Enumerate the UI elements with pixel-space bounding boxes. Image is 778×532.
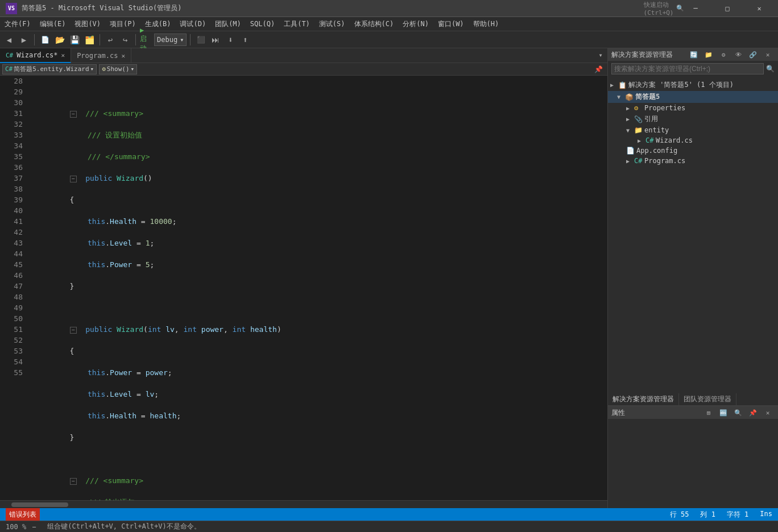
line-num-39: 39	[0, 194, 23, 205]
menu-file[interactable]: 文件(F)	[0, 17, 35, 31]
tab-wizard-label: Wizard.cs*	[16, 51, 57, 59]
tab-program-cs[interactable]: Program.cs ✕	[71, 48, 131, 63]
tb-back[interactable]: ◀	[2, 33, 16, 47]
se-showfiles-btn[interactable]: 📁	[702, 48, 715, 61]
line-num-43: 43	[0, 238, 23, 248]
line-num-31: 31	[0, 108, 23, 119]
line-num-41: 41	[0, 216, 23, 227]
minimize-button[interactable]: ─	[682, 0, 709, 17]
se-tab-team[interactable]: 团队资源管理器	[679, 393, 736, 405]
se-search-input[interactable]	[611, 63, 764, 74]
menu-project[interactable]: 项目(P)	[105, 17, 140, 31]
se-title: 解决方案资源管理器	[611, 50, 673, 60]
prop-grid-btn[interactable]: ⊞	[702, 406, 715, 419]
tree-appconfig-label: App.config	[636, 147, 677, 155]
prop-pin-btn[interactable]: 📌	[746, 406, 760, 419]
tb-redo[interactable]: ↪	[118, 33, 132, 47]
tab-wizard-close[interactable]: ✕	[61, 52, 65, 59]
se-tab-solution[interactable]: 解决方案资源管理器	[608, 393, 679, 405]
collapse-btn-46[interactable]: −	[70, 478, 77, 485]
tb-save-all[interactable]: 🗂️	[82, 33, 96, 47]
appconfig-icon: 📄	[626, 147, 636, 155]
tab-program-close[interactable]: ✕	[121, 52, 125, 60]
tb-start[interactable]: ▶ 启动	[139, 33, 153, 47]
status-error-list[interactable]: 错误列表	[6, 508, 40, 521]
tb-undo[interactable]: ↩	[104, 33, 117, 47]
menu-edit[interactable]: 编辑(E)	[35, 17, 71, 31]
tab-dropdown-btn[interactable]: ▾	[594, 48, 607, 62]
infobar-zoom-minus[interactable]: −	[32, 523, 36, 531]
line-num-35: 35	[0, 151, 23, 162]
menu-team[interactable]: 团队(M)	[210, 17, 246, 31]
prop-sort-btn[interactable]: 🔤	[717, 406, 730, 419]
code-text[interactable]: − /// <summary> /// 设置初始值 /// </summary>…	[28, 76, 607, 500]
tree-appconfig[interactable]: 📄 App.config	[608, 146, 778, 156]
menu-debug[interactable]: 调试(D)	[175, 17, 210, 31]
nav-method-dropdown[interactable]: ⚙ Show() ▾	[99, 64, 137, 74]
se-refresh-btn[interactable]: 🔄	[687, 48, 701, 61]
nav-class-dropdown[interactable]: C# 简答题5.entity.Wizard ▾	[2, 64, 97, 74]
tb-step-out[interactable]: ⬆	[238, 33, 252, 47]
prop-search-btn[interactable]: 🔍	[731, 406, 745, 419]
tree-wizard-cs[interactable]: ▶ C# Wizard.cs	[608, 135, 778, 146]
line-num-40: 40	[0, 205, 23, 216]
se-preview-btn[interactable]: 👁	[731, 48, 745, 61]
prop-toolbar: ⊞ 🔤 🔍 📌 ✕	[702, 406, 775, 419]
tab-wizard-cs[interactable]: C# Wizard.cs* ✕	[0, 48, 71, 63]
line-num-55: 55	[0, 367, 23, 378]
menu-help[interactable]: 帮助(H)	[469, 17, 504, 31]
code-line-40: {	[34, 346, 607, 356]
collapse-btn-29[interactable]: −	[70, 111, 77, 118]
tree-project[interactable]: ▼ 📦 简答题5	[608, 91, 778, 103]
titlebar-title: 简答题5 - Microsoft Visual Studio(管理员)	[22, 3, 182, 13]
program-cs-icon: C#	[634, 157, 644, 165]
se-close-btn[interactable]: ✕	[761, 48, 775, 61]
tree-entity[interactable]: ▼ 📁 entity	[608, 125, 778, 135]
tree-solution[interactable]: ▶ 📋 解决方案 '简答题5' (1 个项目)	[608, 79, 778, 91]
code-editor[interactable]: 28 29 30 31 32 33 34 35 36 37 38 39 40 4…	[0, 76, 607, 500]
line-num-38: 38	[0, 184, 23, 194]
tb-forward[interactable]: ▶	[17, 33, 31, 47]
solution-explorer: 解决方案资源管理器 🔄 📁 ⚙ 👁 🔗 ✕ 🔍 ▶	[608, 48, 778, 406]
tb-new-project[interactable]: 📄	[38, 33, 52, 47]
tb-open[interactable]: 📂	[53, 33, 67, 47]
main-layout: C# Wizard.cs* ✕ Program.cs ✕ ▾ C# 简答题5.e…	[0, 48, 778, 508]
wizard-cs-icon: C#	[645, 136, 656, 144]
horizontal-scrollbar[interactable]	[0, 500, 607, 508]
nav-pin-btn[interactable]: 📌	[591, 63, 605, 76]
se-search-icon: 🔍	[766, 65, 775, 73]
tab-program-label: Program.cs	[77, 52, 118, 60]
tree-program-cs[interactable]: ▶ C# Program.cs	[608, 156, 778, 166]
menu-view[interactable]: 视图(V)	[70, 17, 105, 31]
collapse-btn-39[interactable]: −	[70, 327, 77, 334]
tb-step-in[interactable]: ⬇	[224, 33, 237, 47]
prop-title: 属性	[611, 408, 625, 418]
tb-debug-config[interactable]: Debug ▾	[154, 34, 187, 46]
menu-tools[interactable]: 工具(T)	[279, 17, 314, 31]
menu-analyze[interactable]: 分析(N)	[398, 17, 433, 31]
line-num-49: 49	[0, 302, 23, 313]
close-button[interactable]: ✕	[746, 0, 772, 17]
tb-breakpoint[interactable]: ⬛	[194, 33, 208, 47]
menu-test[interactable]: 测试(S)	[314, 17, 350, 31]
tb-step-over[interactable]: ⏭	[209, 33, 222, 47]
menu-arch[interactable]: 体系结构(C)	[350, 17, 399, 31]
code-line-35: this.Level = 1;	[34, 238, 607, 248]
menu-sql[interactable]: SQL(Q)	[246, 17, 279, 31]
quick-launch[interactable]: 快速启动 (Ctrl+Q) 🔍	[651, 0, 677, 17]
prop-close-btn[interactable]: ✕	[761, 406, 775, 419]
tree-references[interactable]: ▶ 📎 引用	[608, 113, 778, 125]
restore-button[interactable]: □	[714, 0, 740, 17]
menu-window[interactable]: 窗口(W)	[433, 17, 469, 31]
tree-wizard-cs-label: Wizard.cs	[656, 136, 693, 144]
se-sync-btn[interactable]: 🔗	[746, 48, 760, 61]
se-props-btn[interactable]: ⚙	[717, 48, 730, 61]
tab-wizard-icon: C#	[6, 52, 13, 59]
collapse-btn-32[interactable]: −	[70, 176, 77, 182]
tree-entity-label: entity	[644, 126, 669, 134]
tree-properties[interactable]: ▶ ⚙ Properties	[608, 103, 778, 113]
code-line-36: this.Power = 5;	[34, 259, 607, 270]
tb-save[interactable]: 💾	[68, 33, 81, 47]
scrollbar-h-thumb[interactable]	[11, 502, 68, 507]
se-toolbar: 🔄 📁 ⚙ 👁 🔗 ✕	[687, 48, 775, 61]
